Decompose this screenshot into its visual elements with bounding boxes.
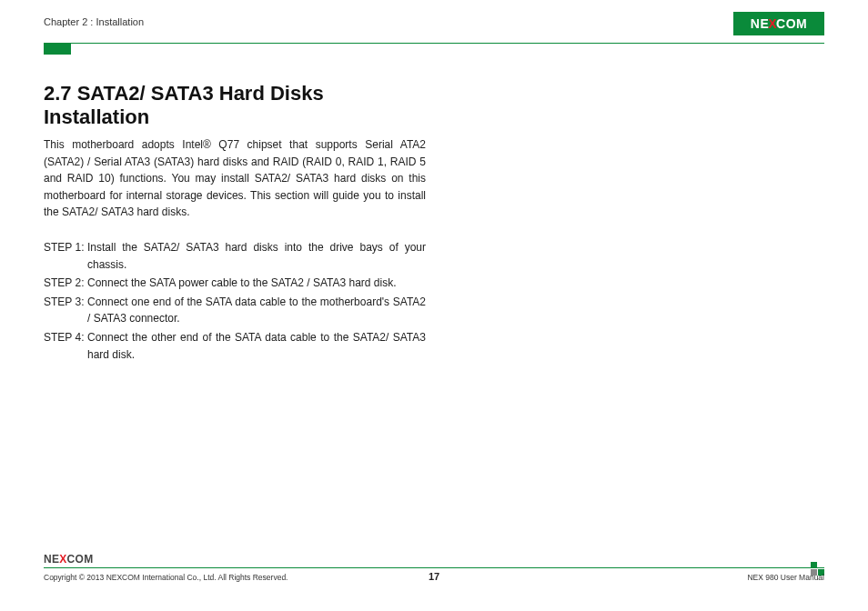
copyright-text: Copyright © 2013 NEXCOM International Co… bbox=[44, 573, 288, 582]
green-tab bbox=[44, 44, 71, 55]
logo-text-pre: NE bbox=[44, 553, 59, 566]
logo-text-post: COM bbox=[67, 553, 94, 566]
header-rule bbox=[44, 43, 824, 44]
steps-list: STEP 1: Install the SATA2/ SATA3 hard di… bbox=[44, 239, 426, 363]
step-row: STEP 4: Connect the other end of the SAT… bbox=[44, 329, 426, 363]
step-label: STEP 3: bbox=[44, 294, 87, 327]
step-row: STEP 1: Install the SATA2/ SATA3 hard di… bbox=[44, 239, 426, 273]
logo-text-pre: NE bbox=[751, 16, 769, 31]
intro-paragraph: This motherboard adopts Intel® Q77 chips… bbox=[44, 136, 426, 221]
step-text: Connect the other end of the SATA data c… bbox=[87, 329, 426, 363]
manual-name: NEX 980 User Manual bbox=[747, 573, 824, 582]
page-header: Chapter 2 : Installation NEXCOM bbox=[44, 16, 824, 44]
nexcom-logo-top: NEXCOM bbox=[733, 12, 824, 35]
step-label: STEP 1: bbox=[44, 239, 87, 273]
section-heading: 2.7 SATA2/ SATA3 Hard Disks Installation bbox=[44, 82, 426, 129]
footer-rule bbox=[44, 567, 824, 568]
page-footer: NEXCOM Copyright © 2013 NEXCOM Internati… bbox=[44, 558, 824, 586]
logo-text-x: X bbox=[59, 553, 66, 566]
step-row: STEP 3: Connect one end of the SATA data… bbox=[44, 294, 426, 327]
breadcrumb: Chapter 2 : Installation bbox=[44, 16, 824, 27]
step-label: STEP 2: bbox=[44, 275, 87, 292]
step-text: Connect the SATA power cable to the SATA… bbox=[87, 275, 426, 292]
page-number: 17 bbox=[429, 571, 439, 582]
logo-text-post: COM bbox=[776, 16, 807, 31]
nexcom-logo-bottom: NEXCOM bbox=[44, 553, 94, 566]
step-label: STEP 4: bbox=[44, 329, 87, 363]
main-content: 2.7 SATA2/ SATA3 Hard Disks Installation… bbox=[44, 82, 426, 365]
step-text: Connect one end of the SATA data cable t… bbox=[87, 294, 426, 327]
step-text: Install the SATA2/ SATA3 hard disks into… bbox=[87, 239, 426, 273]
step-row: STEP 2: Connect the SATA power cable to … bbox=[44, 275, 426, 292]
